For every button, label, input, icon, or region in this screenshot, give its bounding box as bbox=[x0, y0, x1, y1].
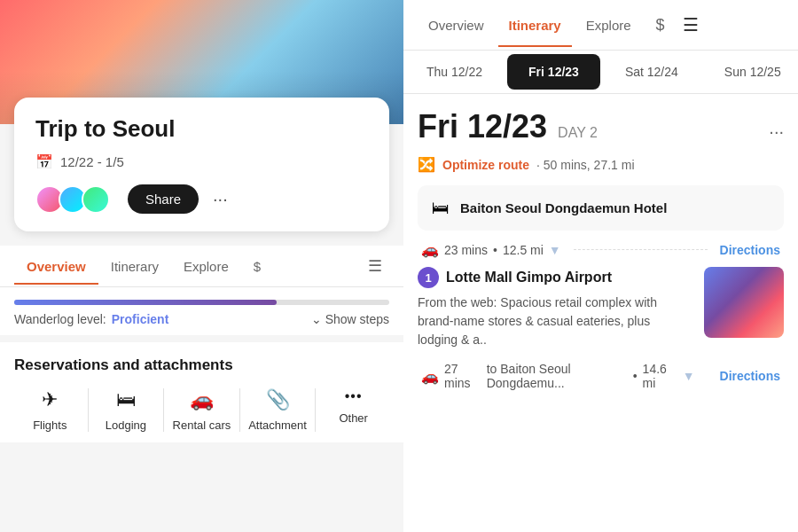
date-tab-sun[interactable]: Sun 12/25 bbox=[703, 54, 798, 90]
transit-duration-2: 27 mins bbox=[444, 362, 481, 390]
reservation-lodging[interactable]: 🛏 Lodging bbox=[90, 388, 162, 432]
optimize-label: Optimize route bbox=[442, 158, 529, 172]
optimize-route[interactable]: 🔀 Optimize route · 50 mins, 27.1 mi bbox=[418, 156, 784, 173]
progress-bar-fill bbox=[14, 300, 277, 305]
transit-row-1: 🚗 23 mins • 12.5 mi ▼ Directions bbox=[418, 234, 784, 265]
transit-distance-2: 14.6 mi bbox=[643, 362, 677, 390]
nav-tab-itinerary[interactable]: Itinerary bbox=[498, 4, 572, 47]
place-image-bg bbox=[704, 267, 784, 338]
optimize-meta: · 50 mins, 27.1 mi bbox=[536, 158, 635, 172]
place-name: Lotte Mall Gimpo Airport bbox=[446, 270, 612, 286]
car-icon: 🚗 bbox=[421, 241, 439, 258]
tab-budget[interactable]: $ bbox=[241, 248, 273, 285]
nav-tab-overview[interactable]: Overview bbox=[418, 4, 495, 47]
day-date: Fri 12/23 bbox=[418, 108, 547, 145]
hotel-name: Baiton Seoul Dongdaemun Hotel bbox=[460, 200, 667, 215]
day-number: DAY 2 bbox=[558, 125, 598, 141]
reservation-flights[interactable]: ✈ Flights bbox=[14, 388, 86, 432]
reservation-rental-cars[interactable]: 🚗 Rental cars bbox=[166, 388, 238, 432]
transit-bullet-1: • bbox=[493, 243, 497, 257]
attachment-label: Attachment bbox=[248, 419, 307, 432]
reservations-title: Reservations and attachments bbox=[14, 356, 389, 374]
optimize-icon: 🔀 bbox=[418, 156, 435, 173]
reservations-section: Reservations and attachments ✈ Flights 🛏… bbox=[0, 342, 403, 442]
nav-menu-button[interactable]: ☰ bbox=[676, 0, 706, 50]
reservation-attachment[interactable]: 📎 Attachment bbox=[242, 388, 314, 432]
transit-duration-1: 23 mins bbox=[444, 243, 488, 257]
show-steps-button[interactable]: ⌄ Show steps bbox=[311, 312, 389, 326]
transit-bullet-2: • bbox=[633, 369, 638, 383]
transit-distance-1: 12.5 mi bbox=[503, 243, 544, 257]
directions-link-2[interactable]: Directions bbox=[720, 369, 780, 383]
itinerary-content: Fri 12/23 DAY 2 ··· 🔀 Optimize route · 5… bbox=[403, 94, 798, 532]
car-icon-2: 🚗 bbox=[421, 368, 439, 385]
date-tab-sat[interactable]: Sat 12/24 bbox=[604, 54, 700, 90]
trip-actions: Share ··· bbox=[35, 184, 368, 214]
directions-arrow-2: ▼ bbox=[683, 369, 695, 383]
right-panel: Overview Itinerary Explore $ ☰ Thu 12/22… bbox=[403, 0, 798, 532]
rental-cars-icon: 🚗 bbox=[190, 388, 214, 411]
more-options-button[interactable]: ··· bbox=[206, 185, 235, 213]
directions-arrow-1: ▼ bbox=[549, 243, 561, 257]
hotel-card[interactable]: 🛏 Baiton Seoul Dongdaemun Hotel bbox=[418, 185, 784, 231]
place-description: From the web: Spacious retail complex wi… bbox=[418, 293, 693, 349]
day-more-button[interactable]: ··· bbox=[769, 121, 784, 142]
progress-bar-background bbox=[14, 300, 389, 305]
nav-tab-explore[interactable]: Explore bbox=[575, 4, 642, 47]
divider bbox=[163, 388, 164, 432]
trip-card: Trip to Seoul 📅 12/22 - 1/5 Share ··· bbox=[14, 98, 389, 231]
date-tab-fri[interactable]: Fri 12/23 bbox=[507, 54, 600, 90]
calendar-icon: 📅 bbox=[35, 153, 53, 170]
directions-link-1[interactable]: Directions bbox=[720, 243, 780, 257]
show-steps-label: Show steps bbox=[325, 312, 389, 326]
place-info: 1 Lotte Mall Gimpo Airport From the web:… bbox=[418, 267, 693, 349]
hotel-icon: 🛏 bbox=[432, 198, 450, 218]
wanderlog-level: Proficient bbox=[112, 312, 169, 326]
date-tabs: Thu 12/22 Fri 12/23 Sat 12/24 Sun 12/25 … bbox=[403, 51, 798, 94]
rental-cars-label: Rental cars bbox=[173, 419, 231, 432]
share-button[interactable]: Share bbox=[128, 184, 199, 214]
avatar bbox=[82, 185, 110, 214]
flights-icon: ✈ bbox=[42, 388, 58, 411]
divider bbox=[315, 388, 316, 432]
place-header: 1 Lotte Mall Gimpo Airport bbox=[418, 267, 693, 288]
place-number: 1 bbox=[418, 267, 439, 288]
tab-overview[interactable]: Overview bbox=[14, 248, 98, 285]
left-tabs: Overview Itinerary Explore $ ☰ bbox=[0, 246, 403, 287]
divider bbox=[239, 388, 240, 432]
flights-label: Flights bbox=[33, 419, 66, 432]
date-tab-thu[interactable]: Thu 12/22 bbox=[405, 54, 504, 90]
other-icon: ••• bbox=[345, 388, 363, 404]
trip-dates: 📅 12/22 - 1/5 bbox=[35, 153, 368, 170]
wanderlog-section: Wanderlog level: Proficient ⌄ Show steps bbox=[0, 287, 403, 335]
lodging-icon: 🛏 bbox=[116, 388, 136, 411]
place-image bbox=[704, 267, 784, 338]
transit-row-2: 🚗 27 mins to Baiton Seoul Dongdaemu... •… bbox=[418, 353, 784, 390]
trip-title: Trip to Seoul bbox=[35, 115, 368, 143]
left-panel: Trip to Seoul 📅 12/22 - 1/5 Share ··· Ov… bbox=[0, 0, 403, 532]
other-label: Other bbox=[339, 411, 368, 425]
nav-tab-budget[interactable]: $ bbox=[649, 2, 672, 49]
transit-dots bbox=[574, 249, 708, 250]
avatars bbox=[35, 185, 110, 214]
tab-explore[interactable]: Explore bbox=[171, 248, 241, 285]
transit-destination-2: to Baiton Seoul Dongdaemu... bbox=[487, 362, 628, 390]
reservation-icons: ✈ Flights 🛏 Lodging 🚗 Rental cars 📎 Atta… bbox=[14, 388, 389, 432]
wanderlog-text: Wanderlog level: Proficient ⌄ Show steps bbox=[14, 312, 389, 326]
tab-menu-button[interactable]: ☰ bbox=[361, 246, 389, 286]
reservation-other[interactable]: ••• Other bbox=[317, 388, 389, 432]
divider bbox=[88, 388, 89, 432]
place-card-1: 1 Lotte Mall Gimpo Airport From the web:… bbox=[418, 267, 784, 349]
attachment-icon: 📎 bbox=[266, 388, 290, 411]
lodging-label: Lodging bbox=[106, 419, 146, 432]
day-header: Fri 12/23 DAY 2 ··· bbox=[418, 108, 784, 145]
right-nav: Overview Itinerary Explore $ ☰ bbox=[403, 0, 798, 51]
tab-itinerary[interactable]: Itinerary bbox=[98, 248, 171, 285]
